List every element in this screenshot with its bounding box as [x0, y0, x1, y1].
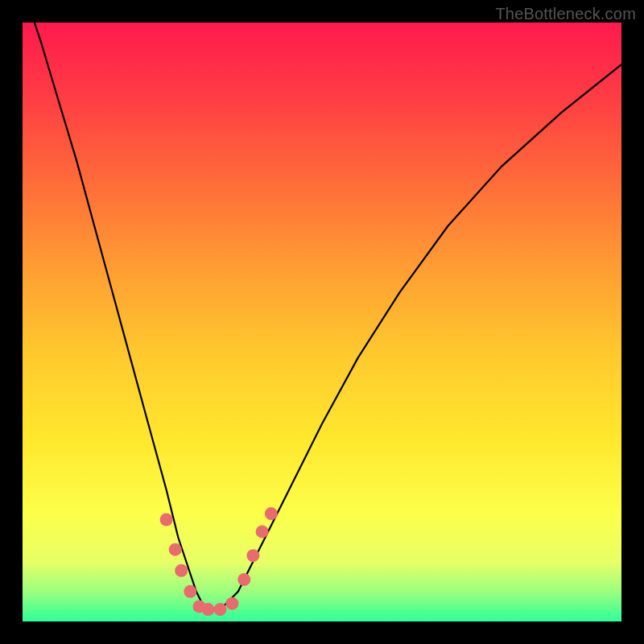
outer-frame: TheBottleneck.com [0, 0, 644, 644]
curve-marker [237, 573, 250, 586]
curve-marker [169, 543, 182, 556]
bottleneck-curve [23, 0, 621, 609]
curve-marker [246, 549, 259, 562]
chart-svg [23, 23, 621, 621]
curve-marker [225, 597, 238, 610]
curve-markers [160, 507, 278, 616]
curve-marker [184, 585, 196, 598]
watermark-text: TheBottleneck.com [495, 5, 636, 23]
curve-marker [214, 603, 227, 616]
curve-marker [202, 603, 215, 616]
curve-marker [160, 514, 173, 526]
plot-area [23, 23, 621, 621]
curve-marker [175, 564, 188, 577]
curve-marker [265, 507, 278, 520]
curve-path [23, 0, 621, 609]
curve-marker [256, 525, 269, 538]
